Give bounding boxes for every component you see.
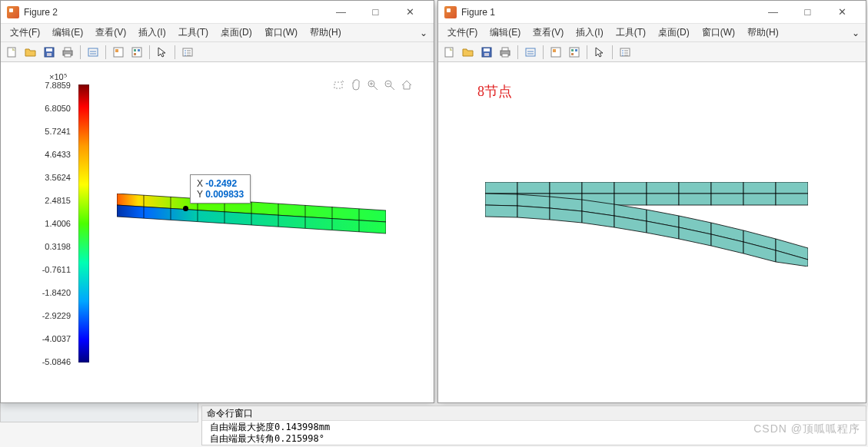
stress-contour-plot [117,194,386,240]
colorbar-tick: 7.8859 [45,81,71,90]
colorbar-tick: 1.4006 [45,220,71,228]
menu-help[interactable]: 帮助(H) [741,25,785,41]
svg-marker-75 [485,205,517,217]
svg-rect-42 [575,49,577,51]
maximize-button[interactable]: □ [358,2,393,23]
minimize-button[interactable]: — [324,2,358,23]
colorbar-button[interactable] [566,44,583,61]
background-panel [0,401,198,422]
matlab-figure-icon [444,6,457,18]
menu-window[interactable]: 窗口(W) [258,25,304,41]
menu-insert[interactable]: 插入(I) [570,25,609,41]
svg-rect-32 [484,48,490,51]
svg-rect-33 [484,53,489,56]
minimize-button[interactable]: — [756,2,790,23]
datacursor-button[interactable] [110,44,127,61]
menu-view[interactable]: 查看(V) [527,25,570,41]
close-button[interactable]: ✕ [825,2,860,23]
svg-rect-39 [553,49,556,52]
datatip-marker[interactable] [183,206,188,211]
menu-file[interactable]: 文件(F) [4,25,46,41]
insert-legend-button[interactable] [617,44,634,61]
open-button[interactable] [460,44,477,61]
toolbar-separator [612,45,613,59]
plot-title: 8节点 [477,82,512,101]
print-button[interactable] [59,44,76,61]
watermark: CSDN @顶呱呱程序 [753,422,860,436]
command-window-title: 命令行窗口 [202,406,866,421]
window-title: Figure 2 [24,7,324,18]
datatip[interactable]: X -0.2492 Y 0.009833 [190,174,251,204]
svg-rect-54 [776,182,808,194]
insert-legend-button[interactable] [179,44,196,61]
colorbar-tick: 4.6433 [45,151,71,159]
toolbar [438,42,866,62]
svg-rect-12 [138,49,140,51]
menu-edit[interactable]: 编辑(E) [484,25,527,41]
svg-rect-62 [711,194,743,205]
svg-rect-3 [47,53,52,56]
pointer-button[interactable] [591,44,608,61]
save-button[interactable] [478,44,495,61]
close-button[interactable]: ✕ [393,2,427,23]
svg-rect-10 [132,48,141,57]
menu-tools[interactable]: 工具(T) [172,25,215,41]
colorbar-tick: -1.8420 [42,289,71,297]
figure-1-window: Figure 1 — □ ✕ 文件(F) 编辑(E) 查看(V) 插入(I) 工… [437,0,866,403]
save-button[interactable] [41,44,58,61]
home-icon[interactable] [400,78,414,92]
menu-desktop[interactable]: 桌面(D) [652,25,696,41]
menu-view[interactable]: 查看(V) [89,25,132,41]
new-figure-button[interactable] [4,44,21,61]
menu-tools[interactable]: 工具(T) [610,25,652,41]
svg-rect-47 [550,182,582,194]
link-button[interactable] [85,44,101,61]
svg-rect-15 [334,82,342,88]
menu-help[interactable]: 帮助(H) [304,25,348,41]
new-figure-button[interactable] [441,44,458,61]
svg-rect-6 [65,54,71,57]
pan-icon[interactable] [349,78,363,92]
colorbar-tick: 3.5624 [45,174,71,182]
menu-insert[interactable]: 插入(I) [132,25,171,41]
menu-overflow[interactable]: ⌄ [849,26,863,40]
toolbar [1,42,434,62]
svg-rect-64 [776,194,808,205]
svg-rect-41 [571,49,574,51]
titlebar[interactable]: Figure 1 — □ ✕ [438,1,866,24]
pointer-button[interactable] [154,44,171,61]
open-button[interactable] [22,44,39,61]
svg-rect-59 [614,194,647,205]
axes-area[interactable]: ×10⁵ 7.8859 6.8050 5.7241 4.6433 3.5624 … [2,63,433,402]
svg-rect-43 [571,53,574,55]
link-button[interactable] [522,44,539,61]
svg-rect-49 [614,182,647,194]
svg-rect-53 [743,182,776,194]
zoom-out-icon[interactable] [383,78,397,92]
menu-desktop[interactable]: 桌面(D) [215,25,258,41]
svg-rect-48 [582,182,614,194]
print-button[interactable] [497,44,514,61]
svg-rect-9 [115,49,118,52]
menu-edit[interactable]: 编辑(E) [46,25,89,41]
colorbar-button[interactable] [128,44,145,61]
zoom-in-icon[interactable] [366,78,380,92]
svg-marker-65 [485,194,517,206]
svg-rect-36 [502,54,508,57]
colorbar-tick: 0.3198 [45,243,71,251]
axes-area[interactable]: 8节点 [439,63,865,402]
colorbar-tick: -0.7611 [42,266,71,274]
menu-overflow[interactable]: ⌄ [417,26,431,40]
brush-icon[interactable] [332,78,346,92]
menu-window[interactable]: 窗口(W) [696,25,741,41]
titlebar[interactable]: Figure 2 — □ ✕ [1,1,434,24]
toolbar-separator [149,45,150,59]
svg-rect-52 [711,182,743,194]
menu-file[interactable]: 文件(F) [441,25,484,41]
colorbar-tick: -2.9229 [42,312,71,320]
window-title: Figure 1 [461,7,756,18]
maximize-button[interactable]: □ [790,2,825,23]
datacursor-button[interactable] [547,44,564,61]
svg-rect-30 [445,48,453,57]
colorbar-tick: -5.0846 [42,358,71,366]
